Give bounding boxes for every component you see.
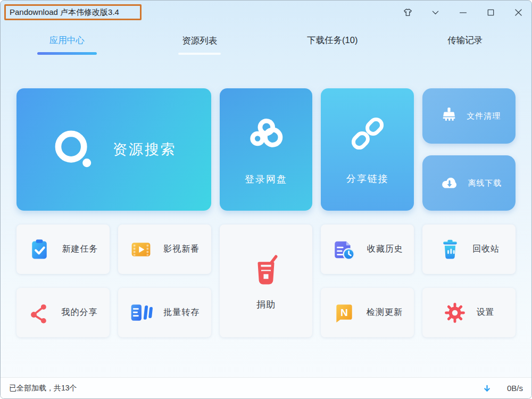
tab-label: 传输记录 (447, 35, 483, 46)
tile-label: 批量转存 (163, 307, 200, 318)
chain-link-icon (348, 114, 387, 153)
menu-button[interactable] (429, 7, 441, 19)
tile-recycle-bin[interactable]: 回收站 (422, 225, 516, 274)
tile-label: 回收站 (472, 244, 500, 255)
tile-movies-new[interactable]: 影视新番 (118, 225, 211, 274)
tile-file-clean[interactable]: 文件清理 (422, 88, 516, 144)
window-title: Pandownload 卢本伟修改版3.4 (1, 7, 119, 18)
search-ring-icon (51, 127, 97, 172)
close-icon (513, 7, 523, 18)
drink-cup-icon (249, 252, 283, 286)
shirt-icon (403, 7, 413, 18)
minimize-button[interactable] (457, 7, 469, 19)
tab-label: 应用中心 (49, 35, 85, 46)
speed-indicator: 0B/s (483, 384, 523, 393)
baidu-cloud-icon (246, 113, 286, 154)
tile-settings[interactable]: 设置 (422, 288, 516, 337)
tile-batch-transfer[interactable]: 批量转存 (118, 288, 211, 337)
right-tile-column: 文件清理 离线下载 (422, 88, 516, 211)
tile-check-update[interactable]: N 检测更新 (321, 288, 414, 337)
film-play-icon (129, 238, 153, 261)
tile-my-shares[interactable]: 我的分享 (16, 288, 110, 337)
tab-underline (303, 52, 362, 55)
tile-favorites-history[interactable]: 收藏历史 (321, 225, 414, 274)
tab-label: 资源列表 (182, 35, 217, 47)
tile-label: 收藏历史 (367, 244, 403, 255)
title-bar: Pandownload 卢本伟修改版3.4 (1, 1, 531, 24)
download-speed: 0B/s (507, 384, 523, 393)
tile-login-netdisk[interactable]: 登录网盘 (220, 88, 313, 211)
trash-icon (438, 238, 462, 261)
tab-bar: 应用中心 资源列表 下载任务(10) 传输记录 (1, 24, 531, 61)
tab-underline (435, 52, 495, 55)
tile-label: 设置 (477, 307, 495, 318)
clipboard-check-icon (28, 238, 51, 261)
tile-label: 文件清理 (467, 111, 501, 121)
tile-label: 影视新番 (163, 244, 200, 255)
tile-label: 分享链接 (346, 172, 389, 185)
tab-resource-list[interactable]: 资源列表 (134, 24, 267, 61)
document-clock-icon (332, 237, 356, 262)
tile-label: 我的分享 (61, 307, 97, 318)
tab-app-center[interactable]: 应用中心 (1, 24, 134, 61)
tile-share-link[interactable]: 分享链接 (321, 88, 414, 211)
cloud-download-icon (439, 173, 460, 193)
tile-label: 离线下载 (468, 178, 502, 188)
gear-icon (444, 302, 466, 324)
close-button[interactable] (512, 7, 524, 19)
app-tile-grid: 资源搜索 登录网盘 分享链接 (16, 88, 516, 337)
tab-underline (178, 53, 221, 55)
active-tab-underline (37, 52, 97, 55)
tile-label: 登录网盘 (245, 173, 287, 186)
tile-label: 新建任务 (62, 244, 98, 255)
chevron-down-icon (430, 7, 440, 18)
broom-icon (439, 106, 459, 126)
share-nodes-icon (28, 302, 51, 324)
minimize-icon (458, 7, 468, 18)
tab-transfer-history[interactable]: 传输记录 (399, 24, 532, 61)
load-status-text: 已全部加载，共13个 (9, 384, 77, 393)
batch-doc-icon (129, 301, 153, 325)
theme-button[interactable] (402, 7, 413, 19)
app-window: Pandownload 卢本伟修改版3.4 (0, 0, 532, 399)
download-arrow-icon (483, 384, 491, 393)
n-badge-icon: N (332, 301, 356, 325)
tile-label: 检测更新 (367, 307, 403, 318)
tile-donate[interactable]: 捐助 (220, 225, 313, 337)
tab-download-tasks[interactable]: 下载任务(10) (266, 24, 399, 61)
tab-label: 下载任务(10) (307, 35, 358, 46)
tile-resource-search[interactable]: 资源搜索 (16, 88, 211, 211)
tile-label: 捐助 (256, 298, 276, 311)
tile-label: 资源搜索 (113, 140, 177, 159)
svg-text:N: N (340, 306, 348, 318)
window-controls (402, 1, 524, 24)
maximize-button[interactable] (485, 7, 496, 19)
tile-new-task[interactable]: 新建任务 (16, 225, 110, 274)
maximize-icon (486, 7, 496, 18)
status-bar: 已全部加载，共13个 0B/s (1, 377, 531, 398)
tile-offline-download[interactable]: 离线下载 (422, 155, 516, 211)
